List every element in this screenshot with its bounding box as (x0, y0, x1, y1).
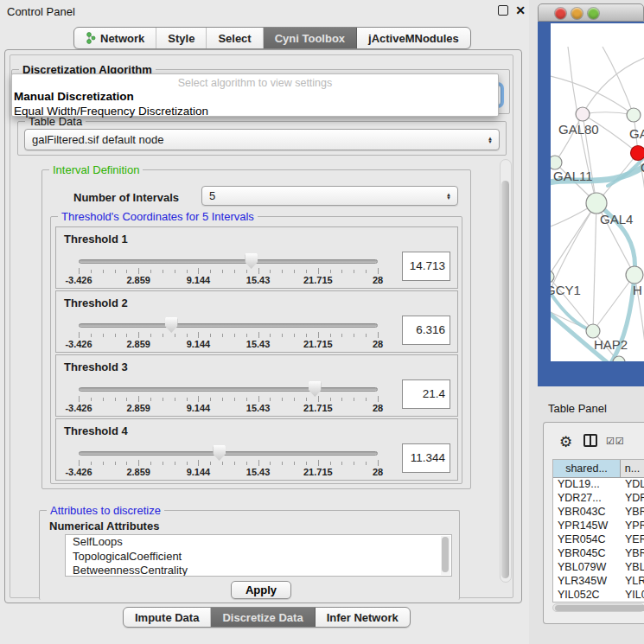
thresholds-group-label: Threshold's Coordinates for 5 Intervals (58, 210, 258, 223)
tab-jactivemnodules[interactable]: jActiveMNodules (357, 28, 470, 48)
table-panel: ⚙ ☑☑ shared...n... YDL19...YDL1YDR27...Y… (543, 422, 644, 624)
bottom-tab-impute-data[interactable]: Impute Data (124, 608, 211, 627)
tick-label: -3.426 (65, 403, 92, 413)
table-cell: YLR345W (553, 575, 621, 589)
apply-button[interactable]: Apply (231, 581, 291, 599)
attributes-group-label: Attributes to discretize (47, 504, 164, 517)
tick-label: 9.144 (187, 275, 211, 285)
table-cell: YER054C (553, 533, 621, 547)
bottom-tab-infer-network[interactable]: Infer Network (316, 608, 410, 627)
table-cell: YLR3 (621, 575, 644, 589)
number-of-intervals-combo[interactable]: 5 ▲▼ (201, 186, 458, 206)
table-row[interactable]: YBR045CYBR0 (553, 547, 644, 561)
table-horizontal-scrollbar[interactable] (552, 603, 644, 612)
threshold-value-field[interactable]: 21.4 (402, 379, 450, 409)
network-window-frame: GAL80GAL1CGAL11GAL4GCY1HHAP2 (538, 22, 644, 386)
table-row[interactable]: YLR345WYLR3 (553, 575, 644, 589)
checkbox-icons[interactable]: ☑☑ (606, 436, 625, 447)
network-node-GAL4[interactable] (586, 193, 607, 214)
zoom-traffic-light-icon[interactable] (588, 8, 599, 19)
table-data-combo[interactable]: galFiltered.sif default node ▲▼ (24, 129, 500, 150)
tick-label: 2.859 (126, 403, 150, 413)
algorithm-option[interactable]: Equal Width/Frequency Discretization (12, 104, 498, 118)
network-edge (551, 75, 634, 115)
tick-label: 21.715 (303, 275, 333, 285)
table-row[interactable]: YDL19...YDL1 (553, 478, 644, 492)
threshold-value-field[interactable]: 14.713 (402, 252, 450, 281)
threshold-panel: Threshold 1-3.4262.8599.14415.4321.71528… (55, 226, 458, 289)
network-view-window: GAL80GAL1CGAL11GAL4GCY1HHAP2 (538, 3, 644, 386)
tick-label: 15.43 (246, 339, 271, 349)
tick-label: 2.859 (126, 467, 150, 477)
control-panel-title: Control Panel (7, 5, 75, 18)
threshold-panel: Threshold 2-3.4262.8599.14415.4321.71528… (55, 290, 458, 353)
table-cell: YDR27... (553, 492, 621, 506)
network-node-label: H (633, 283, 642, 297)
table-cell: YDL1 (621, 478, 644, 492)
threshold-slider-thumb[interactable] (213, 445, 226, 461)
tab-network[interactable]: Network (74, 28, 156, 48)
threshold-slider-thumb[interactable] (165, 317, 178, 333)
minimize-traffic-light-icon[interactable] (571, 8, 583, 19)
threshold-slider-track[interactable] (79, 451, 378, 456)
attribute-list-item[interactable]: BetweennessCentrality (66, 564, 451, 577)
table-cell: YBL0 (621, 561, 644, 575)
network-node-HAP2[interactable] (586, 324, 600, 338)
algorithm-options: Manual DiscretizationEqual Width/Frequen… (12, 89, 498, 118)
table-row[interactable]: YER054CYER0 (553, 533, 644, 547)
algorithm-popup-hint: Select algorithm to view settings (12, 74, 498, 89)
table-row[interactable]: YDR27...YDR2 (553, 492, 644, 506)
attribute-list-item[interactable]: TopologicalCoefficient (66, 550, 451, 564)
network-node-GAL11[interactable] (551, 156, 562, 169)
table-data-combo-value: galFiltered.sif default node (32, 133, 163, 146)
algorithm-dropdown-popup: Select algorithm to view settings Manual… (11, 73, 499, 117)
network-node-label: C (641, 160, 644, 175)
attribute-list-item[interactable]: SelfLoops (66, 535, 451, 550)
table-row[interactable]: YBR043CYBR0 (553, 506, 644, 520)
network-node-GAL80[interactable] (576, 107, 590, 121)
threshold-slider-thumb[interactable] (309, 381, 322, 397)
tab-cyni-toolbox[interactable]: Cyni Toolbox (264, 28, 357, 48)
float-window-icon[interactable] (498, 5, 508, 16)
threshold-slider-track[interactable] (79, 323, 378, 328)
close-traffic-light-icon[interactable] (555, 8, 566, 19)
threshold-value-field[interactable]: 11.344 (402, 443, 450, 473)
main-scrollbar-thumb[interactable] (501, 181, 509, 578)
numerical-attributes-list[interactable]: SelfLoopsTopologicalCoefficientBetweenne… (65, 534, 452, 577)
table-row[interactable]: YBL079WYBL0 (553, 561, 644, 575)
algorithm-option[interactable]: Manual Discretization (12, 89, 498, 104)
split-column-icon[interactable] (583, 434, 597, 447)
table-cell: YBR043C (553, 506, 621, 520)
network-node-GCY1[interactable] (551, 271, 554, 283)
gear-icon[interactable]: ⚙ (559, 433, 572, 451)
table-cell: YDL19... (553, 478, 621, 492)
threshold-label: Threshold 1 (64, 233, 128, 245)
table-column-header[interactable]: shared... (553, 460, 621, 477)
threshold-value-field[interactable]: 6.316 (402, 316, 450, 345)
tab-style[interactable]: Style (156, 28, 207, 48)
network-canvas[interactable]: GAL80GAL1CGAL11GAL4GCY1HHAP2 (551, 23, 644, 361)
threshold-slider-track[interactable] (79, 387, 378, 392)
main-scrollbar[interactable] (500, 159, 512, 583)
network-icon (86, 32, 96, 44)
threshold-label: Threshold 2 (64, 296, 128, 309)
threshold-slider-thumb[interactable] (245, 253, 258, 269)
tick-label: 9.144 (187, 403, 211, 413)
network-window-titlebar (538, 3, 644, 22)
table-cell: YDR2 (621, 492, 644, 506)
table-cell: YPR1 (621, 520, 644, 533)
threshold-label: Threshold 3 (64, 360, 128, 373)
tick-label: 28 (373, 275, 383, 285)
network-node-node-red[interactable] (631, 146, 644, 161)
close-icon[interactable]: ✕ (515, 3, 526, 17)
attributes-list-scrollbar[interactable] (441, 536, 450, 575)
network-node-node-partial-top[interactable] (627, 108, 641, 122)
table-row[interactable]: YIL052CYIL0 (553, 589, 644, 603)
table-row[interactable]: YPR145WYPR1 (553, 520, 644, 533)
threshold-slider-track[interactable] (79, 259, 378, 264)
tab-select[interactable]: Select (207, 28, 263, 48)
table-column-header[interactable]: n... (621, 460, 644, 477)
node-attribute-table[interactable]: shared...n... YDL19...YDL1YDR27...YDR2YB… (552, 459, 644, 603)
network-node-node-partial-right[interactable] (626, 266, 643, 284)
bottom-tab-discretize-data[interactable]: Discretize Data (211, 608, 315, 627)
